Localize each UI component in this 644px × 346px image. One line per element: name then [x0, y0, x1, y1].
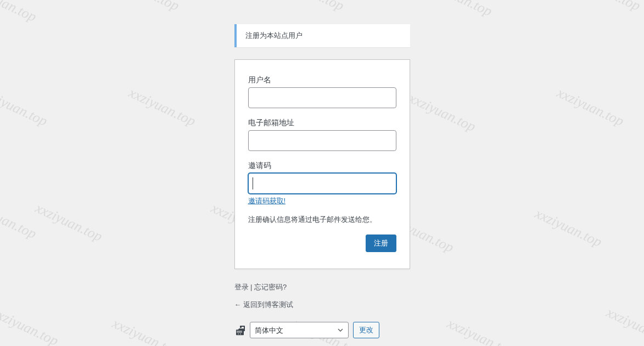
nav-separator: |	[249, 283, 255, 291]
login-link[interactable]: 登录	[234, 283, 249, 291]
text-cursor	[253, 177, 253, 189]
translate-icon	[234, 325, 245, 336]
email-input[interactable]	[248, 130, 396, 151]
confirm-text: 注册确认信息将通过电子邮件发送给您。	[248, 215, 396, 225]
register-button[interactable]: 注册	[366, 235, 396, 252]
register-message: 注册为本站点用户	[234, 24, 410, 47]
language-select[interactable]: 简体中文	[250, 322, 349, 338]
language-switcher: 简体中文 更改	[234, 322, 410, 338]
message-text: 注册为本站点用户	[245, 31, 303, 40]
username-input[interactable]	[248, 87, 396, 108]
username-label: 用户名	[248, 74, 396, 86]
email-label: 电子邮箱地址	[248, 117, 396, 129]
forgot-password-link[interactable]: 忘记密码?	[254, 283, 287, 291]
register-form: 用户名 电子邮箱地址 邀请码 邀请码获取! 注册确认信息将通过电子邮件发送给您。…	[234, 59, 410, 269]
invite-input[interactable]	[248, 173, 396, 194]
back-to-blog-link[interactable]: ← 返回到博客测试	[234, 300, 294, 309]
invite-code-link[interactable]: 邀请码获取!	[248, 196, 286, 206]
language-change-button[interactable]: 更改	[353, 322, 379, 338]
nav-links: 登录 | 忘记密码?	[234, 282, 410, 292]
invite-label: 邀请码	[248, 160, 396, 171]
